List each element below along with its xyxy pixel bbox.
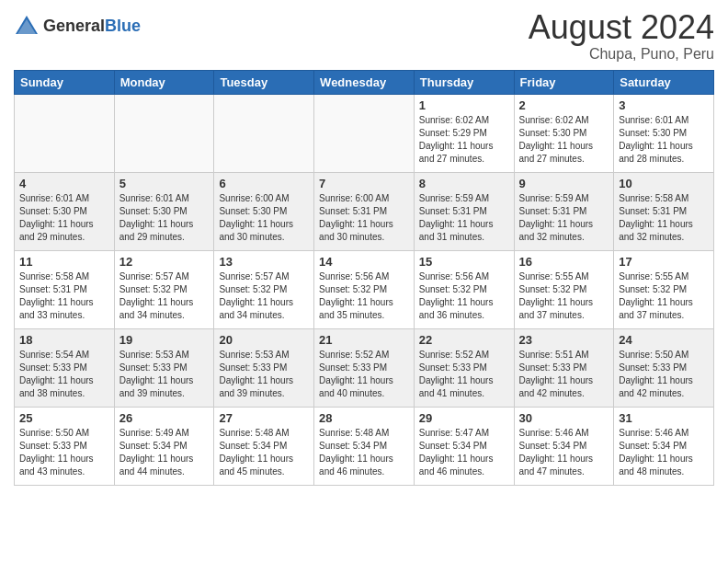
calendar-day-cell: 23Sunrise: 5:51 AM Sunset: 5:33 PM Dayli…: [514, 328, 614, 407]
logo-text: GeneralBlue: [43, 17, 141, 36]
calendar-container: GeneralBlue August 2024 Chupa, Puno, Per…: [0, 0, 728, 495]
day-number: 10: [619, 177, 709, 190]
day-number: 19: [119, 333, 210, 347]
day-info: Sunrise: 6:00 AM Sunset: 5:30 PM Dayligh…: [219, 192, 309, 244]
calendar-week-row: 11Sunrise: 5:58 AM Sunset: 5:31 PM Dayli…: [15, 250, 714, 328]
weekday-header-sunday: Sunday: [15, 70, 115, 94]
calendar-day-cell: 8Sunrise: 5:59 AM Sunset: 5:31 PM Daylig…: [414, 172, 514, 250]
day-number: 6: [219, 177, 309, 190]
day-number: 26: [119, 411, 210, 425]
day-number: 24: [619, 333, 709, 347]
day-info: Sunrise: 6:01 AM Sunset: 5:30 PM Dayligh…: [19, 192, 109, 244]
calendar-day-cell: 22Sunrise: 5:52 AM Sunset: 5:33 PM Dayli…: [414, 328, 514, 407]
calendar-day-cell: [114, 94, 214, 172]
day-info: Sunrise: 5:59 AM Sunset: 5:31 PM Dayligh…: [519, 192, 609, 244]
month-year: August 2024: [529, 9, 714, 46]
day-number: 23: [519, 333, 609, 347]
day-number: 25: [19, 411, 109, 425]
day-info: Sunrise: 5:47 AM Sunset: 5:34 PM Dayligh…: [419, 427, 509, 478]
day-info: Sunrise: 5:50 AM Sunset: 5:33 PM Dayligh…: [19, 427, 109, 478]
day-number: 4: [19, 177, 109, 190]
weekday-header-tuesday: Tuesday: [214, 70, 314, 94]
calendar-day-cell: 10Sunrise: 5:58 AM Sunset: 5:31 PM Dayli…: [614, 172, 714, 250]
weekday-header-saturday: Saturday: [614, 70, 714, 94]
day-info: Sunrise: 6:01 AM Sunset: 5:30 PM Dayligh…: [119, 192, 210, 244]
day-number: 2: [519, 98, 609, 112]
calendar-day-cell: 1Sunrise: 6:02 AM Sunset: 5:29 PM Daylig…: [414, 94, 514, 172]
calendar-day-cell: 28Sunrise: 5:48 AM Sunset: 5:34 PM Dayli…: [314, 407, 415, 485]
calendar-day-cell: 27Sunrise: 5:48 AM Sunset: 5:34 PM Dayli…: [214, 407, 314, 485]
logo-blue: Blue: [105, 17, 141, 35]
calendar-day-cell: 25Sunrise: 5:50 AM Sunset: 5:33 PM Dayli…: [15, 407, 115, 485]
day-info: Sunrise: 5:46 AM Sunset: 5:34 PM Dayligh…: [619, 427, 709, 478]
day-number: 29: [419, 411, 509, 425]
logo-icon: [14, 14, 40, 40]
calendar-day-cell: 21Sunrise: 5:52 AM Sunset: 5:33 PM Dayli…: [314, 328, 415, 407]
day-info: Sunrise: 5:56 AM Sunset: 5:32 PM Dayligh…: [319, 270, 409, 322]
calendar-day-cell: 20Sunrise: 5:53 AM Sunset: 5:33 PM Dayli…: [214, 328, 314, 407]
day-info: Sunrise: 6:02 AM Sunset: 5:30 PM Dayligh…: [519, 114, 609, 166]
day-number: 22: [419, 333, 509, 347]
day-info: Sunrise: 5:53 AM Sunset: 5:33 PM Dayligh…: [219, 349, 309, 400]
calendar-day-cell: 4Sunrise: 6:01 AM Sunset: 5:30 PM Daylig…: [15, 172, 115, 250]
day-number: 13: [219, 255, 309, 269]
day-number: 21: [319, 333, 409, 347]
calendar-body: 1Sunrise: 6:02 AM Sunset: 5:29 PM Daylig…: [15, 94, 714, 485]
day-number: 11: [19, 255, 109, 269]
day-number: 7: [319, 177, 409, 190]
day-info: Sunrise: 6:02 AM Sunset: 5:29 PM Dayligh…: [419, 114, 509, 166]
calendar-day-cell: 31Sunrise: 5:46 AM Sunset: 5:34 PM Dayli…: [614, 407, 714, 485]
calendar-week-row: 4Sunrise: 6:01 AM Sunset: 5:30 PM Daylig…: [15, 172, 714, 250]
day-info: Sunrise: 5:57 AM Sunset: 5:32 PM Dayligh…: [219, 270, 309, 322]
calendar-day-cell: 9Sunrise: 5:59 AM Sunset: 5:31 PM Daylig…: [514, 172, 614, 250]
day-info: Sunrise: 5:48 AM Sunset: 5:34 PM Dayligh…: [319, 427, 409, 478]
calendar-header: SundayMondayTuesdayWednesdayThursdayFrid…: [15, 70, 714, 94]
calendar-day-cell: [314, 94, 415, 172]
calendar-day-cell: [214, 94, 314, 172]
calendar-day-cell: 30Sunrise: 5:46 AM Sunset: 5:34 PM Dayli…: [514, 407, 614, 485]
calendar-table: SundayMondayTuesdayWednesdayThursdayFrid…: [14, 70, 714, 486]
day-info: Sunrise: 5:50 AM Sunset: 5:33 PM Dayligh…: [619, 349, 709, 400]
day-number: 28: [319, 411, 409, 425]
calendar-day-cell: 18Sunrise: 5:54 AM Sunset: 5:33 PM Dayli…: [15, 328, 115, 407]
day-number: 16: [519, 255, 609, 269]
calendar-day-cell: [15, 94, 115, 172]
calendar-day-cell: 7Sunrise: 6:00 AM Sunset: 5:31 PM Daylig…: [314, 172, 415, 250]
page-header: GeneralBlue August 2024 Chupa, Puno, Per…: [14, 9, 714, 63]
calendar-day-cell: 6Sunrise: 6:00 AM Sunset: 5:30 PM Daylig…: [214, 172, 314, 250]
day-info: Sunrise: 5:49 AM Sunset: 5:34 PM Dayligh…: [119, 427, 210, 478]
calendar-day-cell: 11Sunrise: 5:58 AM Sunset: 5:31 PM Dayli…: [15, 250, 115, 328]
day-number: 8: [419, 177, 509, 190]
day-info: Sunrise: 5:52 AM Sunset: 5:33 PM Dayligh…: [319, 349, 409, 400]
day-number: 1: [419, 98, 509, 112]
day-info: Sunrise: 5:55 AM Sunset: 5:32 PM Dayligh…: [519, 270, 609, 322]
calendar-day-cell: 5Sunrise: 6:01 AM Sunset: 5:30 PM Daylig…: [114, 172, 214, 250]
day-info: Sunrise: 5:54 AM Sunset: 5:33 PM Dayligh…: [19, 349, 109, 400]
day-number: 18: [19, 333, 109, 347]
day-info: Sunrise: 5:56 AM Sunset: 5:32 PM Dayligh…: [419, 270, 509, 322]
weekday-header-wednesday: Wednesday: [314, 70, 415, 94]
weekday-header-monday: Monday: [114, 70, 214, 94]
day-number: 12: [119, 255, 210, 269]
title-area: August 2024 Chupa, Puno, Peru: [529, 9, 714, 63]
calendar-day-cell: 19Sunrise: 5:53 AM Sunset: 5:33 PM Dayli…: [114, 328, 214, 407]
day-number: 9: [519, 177, 609, 190]
logo-general: General: [43, 17, 105, 35]
day-info: Sunrise: 5:58 AM Sunset: 5:31 PM Dayligh…: [619, 192, 709, 244]
calendar-week-row: 25Sunrise: 5:50 AM Sunset: 5:33 PM Dayli…: [15, 407, 714, 485]
calendar-day-cell: 17Sunrise: 5:55 AM Sunset: 5:32 PM Dayli…: [614, 250, 714, 328]
calendar-day-cell: 14Sunrise: 5:56 AM Sunset: 5:32 PM Dayli…: [314, 250, 415, 328]
day-info: Sunrise: 5:55 AM Sunset: 5:32 PM Dayligh…: [619, 270, 709, 322]
calendar-day-cell: 24Sunrise: 5:50 AM Sunset: 5:33 PM Dayli…: [614, 328, 714, 407]
day-number: 17: [619, 255, 709, 269]
location: Chupa, Puno, Peru: [529, 46, 714, 63]
weekday-header-friday: Friday: [514, 70, 614, 94]
calendar-week-row: 1Sunrise: 6:02 AM Sunset: 5:29 PM Daylig…: [15, 94, 714, 172]
day-info: Sunrise: 6:01 AM Sunset: 5:30 PM Dayligh…: [619, 114, 709, 166]
calendar-day-cell: 2Sunrise: 6:02 AM Sunset: 5:30 PM Daylig…: [514, 94, 614, 172]
weekday-header-thursday: Thursday: [414, 70, 514, 94]
day-info: Sunrise: 5:48 AM Sunset: 5:34 PM Dayligh…: [219, 427, 309, 478]
day-number: 5: [119, 177, 210, 190]
calendar-day-cell: 15Sunrise: 5:56 AM Sunset: 5:32 PM Dayli…: [414, 250, 514, 328]
day-info: Sunrise: 5:46 AM Sunset: 5:34 PM Dayligh…: [519, 427, 609, 478]
